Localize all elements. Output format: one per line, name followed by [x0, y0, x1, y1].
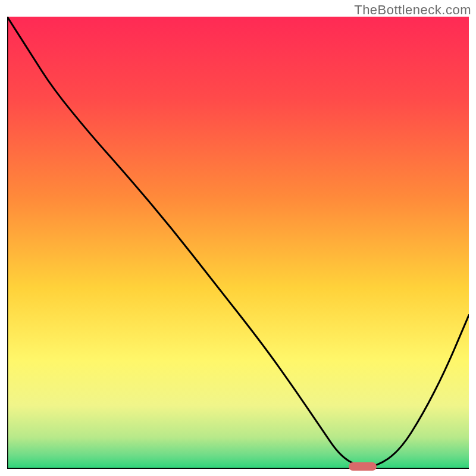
plot-area [7, 17, 469, 469]
background-gradient [7, 17, 469, 469]
optimal-marker [349, 462, 377, 471]
svg-rect-0 [7, 17, 469, 469]
chart-container: TheBottleneck.com [0, 0, 476, 476]
watermark-text: TheBottleneck.com [354, 2, 471, 18]
